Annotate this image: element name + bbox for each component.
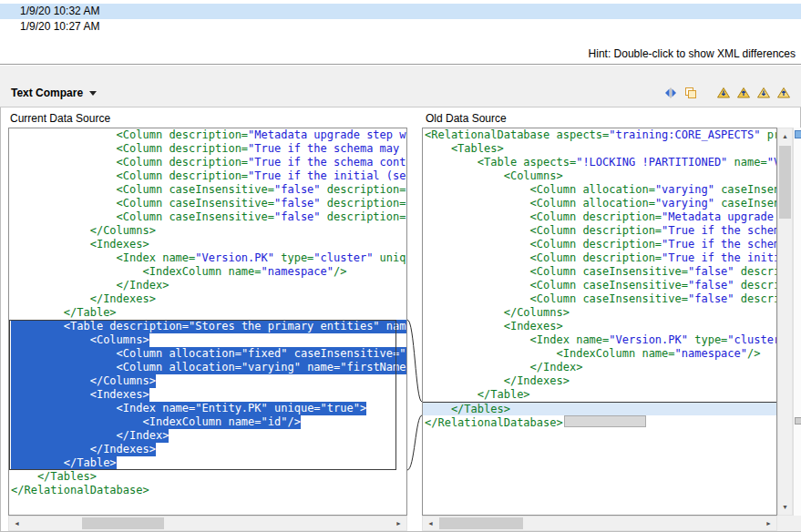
right-pane-title: Old Data Source bbox=[426, 111, 507, 126]
current-data-source-pane[interactable]: <Column description="Metadata upgrade st… bbox=[8, 128, 407, 516]
code-line: </Columns> bbox=[9, 224, 406, 238]
code-line: <Columns> bbox=[423, 169, 776, 183]
code-line: <Column description="Metadata upgrade st… bbox=[423, 210, 776, 224]
code-line: <Column description="True if the schema … bbox=[423, 224, 776, 238]
right-horizontal-scrollbar[interactable]: ◄ ► bbox=[422, 516, 777, 531]
code-line: <RelationalDatabase aspects="training:CO… bbox=[423, 128, 776, 142]
compare-mode-dropdown[interactable]: Text Compare bbox=[11, 87, 97, 99]
code-line: <Index name="Entity.PK" unique="true"> bbox=[9, 402, 406, 415]
swap-panes-icon[interactable] bbox=[661, 84, 681, 102]
overview-marker[interactable] bbox=[795, 417, 801, 425]
code-line: <Column caseInsensitive="false" descript… bbox=[9, 197, 406, 210]
code-line: <Column allocation="fixed" caseInsensiti… bbox=[9, 347, 406, 361]
code-line: </RelationalDatabase> bbox=[9, 484, 406, 497]
code-line: <Column allocation="varying" caseInsensi… bbox=[423, 197, 776, 210]
code-line: </Columns> bbox=[9, 374, 406, 388]
code-line: </Indexes> bbox=[9, 292, 406, 306]
code-line: </Index> bbox=[9, 279, 406, 292]
code-line: </Table> bbox=[9, 306, 406, 320]
code-line: <IndexColumn name="namespace"/> bbox=[9, 265, 406, 279]
toolbar-icons bbox=[661, 84, 794, 102]
scroll-right-arrow-icon[interactable]: ► bbox=[762, 517, 775, 530]
code-line: <IndexColumn name="id"/> bbox=[9, 415, 406, 429]
empty-diff-marker bbox=[564, 415, 646, 427]
code-line: <Column description="True if the initial… bbox=[423, 251, 776, 265]
code-line: <Tables> bbox=[423, 142, 776, 156]
code-line: <Column description="True if the schema … bbox=[9, 156, 406, 169]
code-line: <Index name="Version.PK" type="cluster" … bbox=[423, 333, 776, 347]
previous-change-icon[interactable] bbox=[774, 84, 794, 102]
compare-area: Current Data Source Old Data Source <Col… bbox=[0, 107, 801, 532]
next-difference-icon[interactable] bbox=[714, 84, 734, 102]
code-line: <Indexes> bbox=[9, 388, 406, 402]
compare-editor: 1/9/20 10:32 AM1/9/20 10:27 AM Hint: Dou… bbox=[0, 0, 801, 532]
code-line: <IndexColumn name="namespace"/> bbox=[423, 347, 776, 361]
chevron-down-icon bbox=[89, 91, 97, 96]
vertical-scrollbar[interactable]: ▲ ▼ bbox=[777, 128, 793, 516]
old-data-source-pane[interactable]: <RelationalDatabase aspects="training:CO… bbox=[422, 128, 777, 516]
code-line: <Table aspects="!LOCKING !PARTITIONED" n… bbox=[423, 156, 776, 169]
code-line: <Column allocation="varying" name="first… bbox=[9, 361, 406, 374]
code-line: </RelationalDatabase> bbox=[423, 415, 776, 429]
scrollbar-corner bbox=[777, 516, 801, 531]
code-line: </Table> bbox=[9, 456, 406, 470]
scroll-right-arrow-icon[interactable]: ► bbox=[392, 517, 406, 530]
code-line: <Column description="True if the schema … bbox=[423, 238, 776, 251]
code-line: </Index> bbox=[9, 429, 406, 443]
code-line: <Table description="Stores the primary e… bbox=[9, 320, 406, 333]
code-line: </Indexes> bbox=[9, 443, 406, 456]
history-row[interactable]: 1/9/20 10:27 AM bbox=[0, 19, 801, 35]
code-line: <Columns> bbox=[9, 333, 406, 347]
code-line: </Index> bbox=[423, 361, 776, 374]
code-line: <Column caseInsensitive="false" descript… bbox=[423, 292, 776, 306]
next-change-icon[interactable] bbox=[754, 84, 774, 102]
vertical-scrollbar-thumb[interactable] bbox=[779, 146, 791, 219]
code-line: <Column description="True if the initial… bbox=[9, 169, 406, 183]
scroll-down-arrow-icon[interactable]: ▼ bbox=[778, 500, 792, 514]
scroll-left-arrow-icon[interactable]: ◄ bbox=[10, 517, 24, 530]
code-line: <Column description="Metadata upgrade st… bbox=[9, 128, 406, 142]
scroll-left-arrow-icon[interactable]: ◄ bbox=[424, 517, 437, 530]
code-line: <Column caseInsensitive="false" descript… bbox=[9, 210, 406, 224]
left-horizontal-scrollbar-thumb[interactable] bbox=[82, 517, 164, 529]
code-line: </Columns> bbox=[423, 306, 776, 320]
compare-mode-label: Text Compare bbox=[11, 87, 83, 99]
left-horizontal-scrollbar[interactable]: ◄ ► bbox=[8, 516, 407, 531]
code-line: <Indexes> bbox=[423, 320, 776, 333]
code-line: <Indexes> bbox=[9, 238, 406, 251]
previous-difference-icon[interactable] bbox=[734, 84, 754, 102]
code-line: <Column caseInsensitive="false" descript… bbox=[9, 183, 406, 197]
code-line: </Tables> bbox=[9, 470, 406, 484]
code-line: <Column allocation="varying" caseInsensi… bbox=[423, 183, 776, 197]
copy-all-non-conflicting-icon[interactable] bbox=[681, 84, 701, 102]
code-line: </Indexes> bbox=[423, 374, 776, 388]
code-line: <Column caseInsensitive="false" descript… bbox=[423, 279, 776, 292]
hint-area: Hint: Double-click to show XML differenc… bbox=[0, 42, 801, 64]
left-pane-title: Current Data Source bbox=[10, 111, 110, 126]
code-line: </Table> bbox=[423, 388, 776, 402]
hint-text: Hint: Double-click to show XML differenc… bbox=[589, 47, 796, 60]
compare-toolbar: Text Compare bbox=[0, 66, 801, 107]
history-row[interactable]: 1/9/20 10:32 AM bbox=[0, 4, 801, 19]
right-horizontal-scrollbar-thumb[interactable] bbox=[439, 517, 523, 529]
code-line: <Index name="Version.PK" type="cluster" … bbox=[9, 251, 406, 265]
code-line: <Column caseInsensitive="false" descript… bbox=[423, 265, 776, 279]
code-line: </Tables> bbox=[423, 402, 776, 415]
overview-ruler[interactable] bbox=[793, 128, 801, 516]
code-line: <Column description="True if the schema … bbox=[9, 142, 406, 156]
overview-marker[interactable] bbox=[795, 130, 801, 138]
history-list[interactable]: 1/9/20 10:32 AM1/9/20 10:27 AM bbox=[0, 0, 801, 42]
scroll-up-arrow-icon[interactable]: ▲ bbox=[778, 129, 792, 143]
